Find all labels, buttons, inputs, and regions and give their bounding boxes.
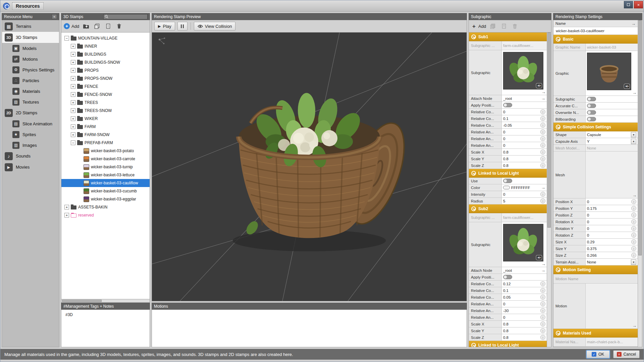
motions-list[interactable] bbox=[152, 310, 467, 347]
search-input[interactable] bbox=[109, 15, 146, 19]
tree-expander[interactable]: − bbox=[64, 36, 69, 41]
tree-item-buildings[interactable]: +BUILDINGS bbox=[61, 50, 150, 58]
spinner-icon[interactable]: ↕ bbox=[540, 149, 545, 155]
pause-button[interactable] bbox=[177, 22, 187, 31]
tree-item-props-snow[interactable]: +PROPS-SNOW bbox=[61, 74, 150, 82]
tree-expander[interactable]: + bbox=[64, 205, 69, 209]
tree-item-assets-bakin[interactable]: +ASSETS-BAKIN bbox=[61, 203, 150, 211]
new-folder-button[interactable] bbox=[82, 22, 90, 31]
paste-subgraphic-button[interactable] bbox=[499, 22, 508, 31]
delete-button[interactable] bbox=[115, 22, 123, 31]
menu-item-models[interactable]: ▣Models bbox=[2, 43, 59, 54]
duplicate-button[interactable] bbox=[93, 22, 101, 31]
menu-item-3d-stamps[interactable]: 3D3D Stamps bbox=[2, 32, 59, 43]
detail-arrow-icon[interactable]: → bbox=[541, 185, 545, 190]
tree-item-wicker-basket-03-eggplar[interactable]: wicker-basket-03-eggplar bbox=[61, 195, 150, 203]
dropdown-icon[interactable]: ▾ bbox=[631, 139, 636, 144]
section-header-linked-to-local-light[interactable]: Linked to Local Light bbox=[469, 341, 547, 347]
spinner-icon[interactable]: ↕ bbox=[540, 116, 545, 121]
spinner-icon[interactable]: ↕ bbox=[540, 123, 545, 128]
spinner-icon[interactable]: ↕ bbox=[540, 321, 545, 326]
tree-expander[interactable]: + bbox=[71, 44, 75, 49]
3d-viewport[interactable] bbox=[152, 33, 467, 301]
menu-item-2d-stamps[interactable]: 2D2D Stamps bbox=[2, 107, 59, 118]
spinner-icon[interactable]: ↕ bbox=[540, 129, 545, 134]
detail-arrow-icon[interactable]: → bbox=[541, 90, 546, 94]
spinner-icon[interactable]: ↕ bbox=[540, 301, 545, 306]
preview-thumbnail[interactable]: 3D bbox=[503, 52, 543, 89]
spinner-icon[interactable]: ↕ bbox=[540, 198, 545, 203]
spinner-icon[interactable]: ↕ bbox=[540, 315, 545, 320]
delete-subgraphic-button[interactable] bbox=[511, 22, 519, 31]
menu-item-slice-animation[interactable]: ▤Slice Animation bbox=[2, 118, 59, 129]
subgraphic-scrollbar[interactable] bbox=[547, 33, 551, 347]
tree-item-trees-snow[interactable]: +TREES-SNOW bbox=[61, 107, 150, 115]
spinner-icon[interactable]: ↕ bbox=[540, 295, 545, 300]
tree-item-wicker-basket-03-potato[interactable]: wicker-basket-03-potato bbox=[61, 147, 150, 155]
section-header-motion-setting[interactable]: Motion Setting bbox=[553, 265, 638, 274]
detail-arrow-icon[interactable]: → bbox=[541, 96, 545, 101]
spinner-icon[interactable]: ↕ bbox=[540, 335, 545, 340]
tree-expander[interactable]: + bbox=[71, 100, 75, 105]
menu-item-sounds[interactable]: ♪Sounds bbox=[2, 150, 59, 162]
tree-item-prefab-farm[interactable]: −PREFAB-FARM bbox=[61, 139, 150, 147]
detail-arrow-icon[interactable]: → bbox=[631, 21, 636, 26]
tree-expander[interactable]: + bbox=[71, 76, 75, 81]
section-header-materials-used[interactable]: Materials Used bbox=[553, 329, 638, 338]
toggle-switch[interactable] bbox=[503, 103, 512, 107]
spinner-icon[interactable]: ↕ bbox=[540, 136, 545, 141]
spinner-icon[interactable]: ↕ bbox=[631, 206, 636, 211]
tags-notes-area[interactable]: #3D bbox=[61, 310, 150, 347]
menu-item-physics-settings[interactable]: ⚙Physics Settings bbox=[2, 64, 59, 75]
duplicate-subgraphic-button[interactable] bbox=[488, 22, 497, 31]
menu-item-motions[interactable]: ⇄Motions bbox=[2, 54, 59, 64]
spinner-icon[interactable]: ↕ bbox=[631, 226, 636, 231]
tree-item-wiker[interactable]: +WIKER bbox=[61, 115, 150, 123]
spinner-icon[interactable]: ↕ bbox=[540, 281, 545, 286]
tree-item-reserved[interactable]: +reserved bbox=[61, 211, 150, 219]
section-header-sub2[interactable]: Sub2 bbox=[469, 204, 547, 213]
tree-expander[interactable]: + bbox=[71, 92, 75, 97]
restore-button[interactable] bbox=[624, 1, 633, 8]
tree-expander[interactable]: + bbox=[71, 52, 75, 57]
toggle-switch[interactable] bbox=[503, 275, 512, 279]
spinner-icon[interactable]: ↕ bbox=[631, 213, 636, 218]
spinner-icon[interactable]: ↕ bbox=[631, 233, 636, 238]
spinner-icon[interactable]: ↕ bbox=[540, 308, 545, 313]
tree-expander[interactable]: + bbox=[71, 124, 75, 129]
property-name-value[interactable]: wicker-basket-03-cauliflower bbox=[553, 27, 638, 35]
collapse-panel-button[interactable]: « bbox=[52, 14, 57, 19]
spinner-icon[interactable]: ↕ bbox=[631, 219, 636, 224]
tree-expander[interactable]: + bbox=[71, 116, 75, 121]
tree-expander[interactable]: + bbox=[71, 108, 75, 113]
tree-expander[interactable]: + bbox=[64, 213, 69, 218]
toggle-switch[interactable] bbox=[587, 97, 596, 101]
tree-item-buildings-snow[interactable]: +BUILDINGS-SNOW bbox=[61, 58, 150, 66]
add-subgraphic-button[interactable]: + Add bbox=[471, 22, 486, 31]
section-header-sub1[interactable]: Sub1 bbox=[469, 33, 547, 41]
scrollbar-thumb[interactable] bbox=[62, 300, 102, 302]
tree-item-wicker-basket-03-turnip[interactable]: wicker-basket-03-turnip bbox=[61, 163, 150, 171]
spinner-icon[interactable]: ↕ bbox=[540, 143, 545, 148]
menu-item-sprites[interactable]: ★Sprites bbox=[2, 129, 59, 140]
tree-item-props[interactable]: +PROPS bbox=[61, 66, 150, 74]
spinner-icon[interactable]: ↕ bbox=[540, 192, 545, 197]
add-stamp-button[interactable]: + Add bbox=[64, 22, 79, 31]
tree-horizontal-scrollbar[interactable] bbox=[61, 299, 150, 303]
cancel-button[interactable]: × Cancel bbox=[613, 350, 640, 358]
preview-thumbnail[interactable]: 3D bbox=[587, 53, 631, 90]
spinner-icon[interactable]: ↕ bbox=[540, 156, 545, 161]
tree-item-wicker-basket-03-cauliflow[interactable]: wicker-basket-03-cauliflow bbox=[61, 179, 150, 187]
scrollbar-thumb[interactable] bbox=[547, 33, 551, 228]
detail-arrow-icon[interactable]: → bbox=[541, 262, 546, 266]
section-header-simple-collision-settings[interactable]: Simple Collision Settings bbox=[553, 123, 638, 131]
spinner-icon[interactable]: ↕ bbox=[631, 199, 636, 204]
preview-thumbnail[interactable]: 3D bbox=[503, 224, 543, 261]
tree-item-wicker-basket-03-cucumb[interactable]: wicker-basket-03-cucumb bbox=[61, 187, 150, 195]
color-swatch[interactable] bbox=[503, 186, 510, 189]
ok-button[interactable]: ✓ OK bbox=[586, 350, 610, 358]
detail-arrow-icon[interactable]: → bbox=[632, 90, 637, 95]
view-collision-button[interactable]: View Collision bbox=[194, 22, 236, 31]
tree-expander[interactable]: + bbox=[71, 132, 75, 137]
tree-item-trees[interactable]: +TREES bbox=[61, 99, 150, 107]
